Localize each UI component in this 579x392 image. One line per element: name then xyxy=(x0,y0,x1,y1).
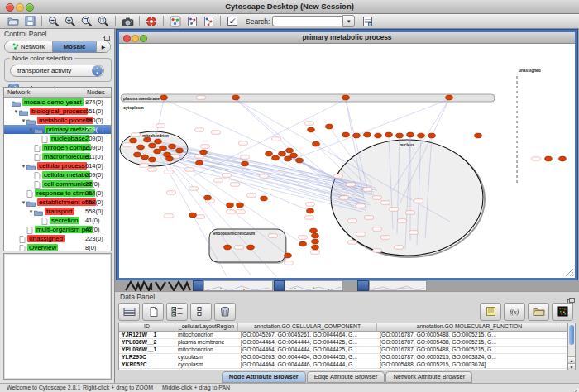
graph-node[interactable] xyxy=(375,133,382,138)
open-icon[interactable] xyxy=(5,15,22,28)
table-row[interactable]: YLR295Ccytoplasm[GO:0045263, GO:0044464,… xyxy=(119,354,567,361)
graph-node[interactable] xyxy=(176,148,184,153)
tab-node-attribute-browser[interactable]: Node Attribute Browser xyxy=(222,371,306,383)
tree-row[interactable]: ▼primary metabo209(... xyxy=(4,125,111,134)
graph-node[interactable] xyxy=(407,132,414,137)
plasma-membrane-region[interactable] xyxy=(121,94,495,102)
expander-icon[interactable]: ▼ xyxy=(21,164,26,169)
tree-col-nodes[interactable]: Nodes xyxy=(84,88,105,96)
graph-node[interactable] xyxy=(169,144,176,149)
tree-row[interactable]: ▼cellular process614(0) xyxy=(4,161,111,170)
table-cell[interactable]: [GO:0016787, GO:0005488, GO:0005215, G..… xyxy=(377,369,562,370)
graph-node[interactable] xyxy=(200,150,208,155)
tree-row[interactable]: nitrogen compo209(0) xyxy=(4,143,111,152)
graph-node[interactable] xyxy=(130,138,137,143)
table-cell[interactable]: [GO:0005488, GO:0005215, GO:0003674] xyxy=(377,361,562,368)
table-cell[interactable]: YKR052C xyxy=(119,361,175,368)
table-cell[interactable]: cytoplasm xyxy=(175,354,238,361)
scroll-down-icon[interactable]: ▼ xyxy=(568,363,575,370)
graph-node[interactable] xyxy=(266,151,273,156)
zoom-region-icon[interactable] xyxy=(95,15,112,28)
graph-node[interactable] xyxy=(237,203,244,208)
table-cell[interactable]: plasma membrane xyxy=(175,339,238,346)
save-icon[interactable] xyxy=(22,15,38,28)
tree-row[interactable]: ▼biological_process651(0) xyxy=(4,107,111,116)
table-row[interactable]: YPL036W__2plasma membrane[GO:0044464, GO… xyxy=(119,339,567,347)
resize-grip-icon[interactable] xyxy=(571,385,578,392)
table-cell[interactable]: [GO:0045267, GO:0045261, GO:0044464, G..… xyxy=(238,332,377,338)
tree-row[interactable]: response to stimulu264(0) xyxy=(4,189,111,198)
graph-node[interactable] xyxy=(307,208,314,213)
new-page-icon[interactable] xyxy=(142,303,164,321)
float-panel-icon[interactable] xyxy=(103,31,110,37)
attribute-browser-icon[interactable] xyxy=(359,15,376,28)
minimized-network-scribble[interactable] xyxy=(124,280,199,291)
graph-node[interactable] xyxy=(242,161,249,166)
graph-node[interactable] xyxy=(559,156,567,161)
tree-row[interactable]: Overview8(0) xyxy=(4,243,111,251)
table-column-header[interactable]: _cellularLayoutRegion xyxy=(175,323,238,331)
graph-node[interactable] xyxy=(224,245,232,250)
graph-node[interactable] xyxy=(545,156,553,161)
table-cell[interactable]: YLR295C xyxy=(119,354,175,361)
graph-node[interactable] xyxy=(475,133,482,138)
graph-node[interactable] xyxy=(189,213,197,218)
graph-node[interactable] xyxy=(261,196,268,201)
tree-row[interactable]: nucleobase-209(0) xyxy=(4,134,111,143)
search-input[interactable] xyxy=(272,16,342,26)
graph-node[interactable] xyxy=(137,145,145,150)
table-cell[interactable]: YPL036W__1 xyxy=(119,347,175,353)
graph-node[interactable] xyxy=(149,143,156,148)
graph-node[interactable] xyxy=(134,152,141,157)
vizmapper-icon[interactable] xyxy=(167,15,184,28)
graph-node[interactable] xyxy=(204,195,212,200)
tree-row[interactable]: cellular metabo209(0) xyxy=(4,170,111,179)
minimized-window-bar[interactable] xyxy=(274,280,285,291)
graph-node[interactable] xyxy=(312,233,319,238)
table-cell[interactable]: YPL036W__2 xyxy=(119,339,175,346)
table-column-header[interactable]: annotation.GO MOLECULAR_FUNCTION xyxy=(377,323,562,331)
search-dropdown-icon[interactable]: ▼ xyxy=(342,15,355,27)
minimized-window-thumb[interactable] xyxy=(369,280,427,291)
graph-node[interactable] xyxy=(312,245,319,250)
graph-node[interactable] xyxy=(446,95,453,100)
table-cell[interactable]: [GO:0044464, GO:0044444, GO:0044425, G..… xyxy=(238,369,377,370)
graph-node[interactable] xyxy=(160,146,167,151)
table-row[interactable]: YKR052Ccytoplasm[GO:0044464, GO:0044446,… xyxy=(119,361,567,369)
table-cell[interactable]: [GO:0044464, GO:0044444, GO:0044425, G..… xyxy=(238,339,377,346)
table-cell[interactable]: YJR121W__1 xyxy=(119,332,175,338)
network-window-titlebar[interactable]: primary metabolic process xyxy=(119,32,575,44)
tab-overflow-arrow[interactable]: ▶ xyxy=(97,41,110,52)
graph-node[interactable] xyxy=(342,132,350,137)
network-canvas[interactable]: plasma membranecytoplasmnucleusmitochond… xyxy=(119,44,575,278)
table-cell[interactable]: [GO:0044464, GO:0044446, GO:0044444, G..… xyxy=(238,361,377,368)
notes-icon[interactable] xyxy=(480,303,501,321)
graph-node[interactable] xyxy=(272,155,280,160)
tree-row[interactable]: macromolecule311(0) xyxy=(4,152,111,161)
graph-node[interactable] xyxy=(160,95,168,100)
table-icon[interactable] xyxy=(118,303,140,321)
table-cell[interactable]: [GO:0016787, GO:0005215, GO:0003824, G..… xyxy=(377,354,562,361)
table-cell[interactable]: [GO:0044464, GO:0044444, GO:0044425, G..… xyxy=(238,347,377,353)
graph-edge[interactable] xyxy=(152,160,362,212)
tree-row[interactable]: ▼metabolic process280(0) xyxy=(4,116,111,125)
table-cell[interactable]: [GO:0016787, GO:0005488, GO:0005215, G..… xyxy=(377,339,562,346)
graph-node[interactable] xyxy=(296,158,304,163)
graph-node[interactable] xyxy=(396,133,404,138)
select-attributes-icon[interactable] xyxy=(166,303,188,321)
table-cell[interactable]: cytoplasm xyxy=(175,361,238,368)
zoom-in-icon[interactable] xyxy=(62,15,79,28)
graph-node[interactable] xyxy=(144,137,151,142)
graph-node[interactable] xyxy=(227,203,234,208)
graph-node[interactable] xyxy=(385,132,393,137)
graph-node[interactable] xyxy=(149,157,156,162)
expander-icon[interactable]: ▼ xyxy=(28,209,34,214)
graph-node[interactable] xyxy=(428,133,436,138)
graph-node[interactable] xyxy=(326,124,333,129)
node-color-dropdown[interactable]: transporter activity ▲▼ xyxy=(10,65,104,77)
graph-node[interactable] xyxy=(364,132,371,137)
graph-node[interactable] xyxy=(285,253,292,258)
graph-node[interactable] xyxy=(155,139,162,144)
tree-row[interactable]: ▼transport558(0) xyxy=(4,207,111,216)
tab-mosaic[interactable]: Mosaic xyxy=(53,41,97,52)
